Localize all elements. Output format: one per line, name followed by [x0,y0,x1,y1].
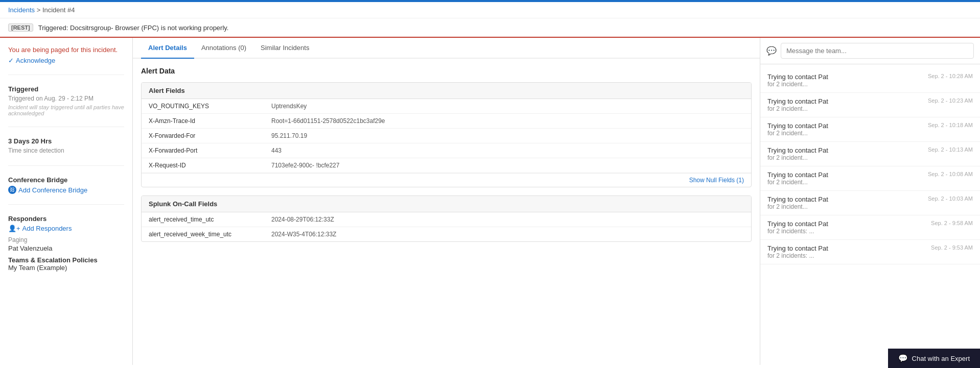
conference-icon: ⛓ [8,186,16,194]
alert-fields-section: Alert Fields VO_ROUTING_KEYS UptrendsKey… [141,82,752,187]
field-value-week-time: 2024-W35-4T06:12:33Z [271,231,744,238]
field-row-week-time: alert_received_week_time_utc 2024-W35-4T… [142,227,751,241]
field-row-forwarded-for: X-Forwarded-For 95.211.70.19 [142,129,751,143]
field-row-amzn-trace: X-Amzn-Trace-Id Root=1-66d01151-2578d052… [142,114,751,129]
responders-section: Responders 👤+ Add Responders Paging Pat … [8,215,124,282]
conference-bridge-label: Conference Bridge [8,176,124,184]
field-key-week-time: alert_received_week_time_utc [149,231,271,238]
alert-data-title: Alert Data [141,67,752,75]
message-time: Sep. 2 - 10:23 AM [928,97,973,104]
field-key-forwarded-port: X-Forwarded-Port [149,147,271,154]
message-title: Trying to contact Pat [767,195,923,203]
message-title: Trying to contact Pat [767,220,926,228]
message-subtitle: for 2 incident... [767,105,923,112]
paging-label: Paging [8,236,124,243]
list-item[interactable]: Trying to contact Pat for 2 incident... … [760,117,980,142]
message-title: Trying to contact Pat [767,122,923,130]
triggered-label: Triggered [8,85,124,93]
teams-label: Teams & Escalation Policies [8,256,124,264]
show-null-link[interactable]: Show Null Fields (1) [689,177,744,184]
tab-similar-incidents[interactable]: Similar Incidents [253,38,316,59]
message-subtitle: for 2 incident... [767,154,923,161]
list-item[interactable]: Trying to contact Pat for 2 incident... … [760,166,980,191]
responders-label: Responders [8,215,124,223]
tab-annotations[interactable]: Annotations (0) [194,38,253,59]
field-key-forwarded-for: X-Forwarded-For [149,132,271,139]
teams-name: My Team (Example) [8,264,124,272]
message-subtitle: for 2 incident... [767,179,923,186]
chat-bubble-icon: 💬 [766,46,777,56]
field-key-vo-routing: VO_ROUTING_KEYS [149,103,271,110]
message-time: Sep. 2 - 10:13 AM [928,146,973,153]
message-subtitle: for 2 incident... [767,130,923,137]
message-time: Sep. 2 - 9:58 AM [931,220,973,226]
add-responders-button[interactable]: 👤+ Add Responders [8,225,124,232]
list-item[interactable]: Trying to contact Pat for 2 incidents: .… [760,215,980,240]
field-key-request-id: X-Request-ID [149,162,271,169]
paging-name: Pat Valenzuela [8,244,124,252]
alert-fields-header: Alert Fields [142,83,751,99]
sidebar: You are being paged for this incident. ✓… [0,38,133,365]
message-subtitle: for 2 incidents: ... [767,228,926,235]
message-time: Sep. 2 - 10:03 AM [928,195,973,202]
message-time: Sep. 2 - 10:08 AM [928,171,973,177]
field-key-received-time: alert_received_time_utc [149,216,271,223]
right-panel: 💬 Trying to contact Pat for 2 incident..… [760,38,980,365]
triggered-date: Triggered on Aug. 29 - 2:12 PM [8,95,124,102]
list-item[interactable]: Trying to contact Pat for 2 incident... … [760,68,980,93]
duration-sublabel: Time since detection [8,147,124,154]
check-icon: ✓ [8,57,14,64]
field-value-forwarded-port: 443 [271,147,744,154]
duration-section: 3 Days 20 Hrs Time since detection [8,137,124,166]
field-row-received-time: alert_received_time_utc 2024-08-29T06:12… [142,212,751,227]
message-list: Trying to contact Pat for 2 incident... … [760,64,980,365]
list-item[interactable]: Trying to contact Pat for 2 incident... … [760,142,980,166]
message-input-area: 💬 [760,38,980,64]
splunk-fields-header: Splunk On-Call Fields [142,196,751,212]
chat-expert-label: Chat with an Expert [912,355,970,362]
message-input[interactable] [781,43,974,59]
message-subtitle: for 2 incident... [767,203,923,210]
message-time: Sep. 2 - 10:28 AM [928,73,973,79]
message-title: Trying to contact Pat [767,244,926,252]
field-row-vo-routing: VO_ROUTING_KEYS UptrendsKey [142,99,751,114]
alert-banner: [REST] Triggered: Docsitrsgroup- Browser… [0,18,980,38]
field-key-amzn-trace: X-Amzn-Trace-Id [149,117,271,125]
message-title: Trying to contact Pat [767,146,923,154]
field-value-vo-routing: UptrendsKey [271,103,744,110]
message-time: Sep. 2 - 10:18 AM [928,122,973,128]
breadcrumb-current: Incident #4 [42,6,75,14]
content-area: Alert Data Alert Fields VO_ROUTING_KEYS … [133,59,760,365]
tab-alert-details[interactable]: Alert Details [141,38,194,59]
tabs-bar: Alert Details Annotations (0) Similar In… [133,38,760,59]
list-item[interactable]: Trying to contact Pat for 2 incident... … [760,191,980,215]
message-title: Trying to contact Pat [767,73,923,81]
duration-label: 3 Days 20 Hrs [8,137,124,145]
list-item[interactable]: Trying to contact Pat for 2 incidents: .… [760,240,980,264]
message-subtitle: for 2 incident... [767,81,923,88]
breadcrumb-separator: > [37,6,41,14]
list-item[interactable]: Trying to contact Pat for 2 incident... … [760,93,980,117]
field-row-forwarded-port: X-Forwarded-Port 443 [142,143,751,158]
field-value-forwarded-for: 95.211.70.19 [271,132,744,139]
message-title: Trying to contact Pat [767,97,923,105]
message-subtitle: for 2 incidents: ... [767,252,926,259]
field-value-amzn-trace: Root=1-66d01151-2578d0522c1bc3af29e [271,117,744,125]
acknowledge-section: You are being paged for this incident. ✓… [8,46,124,75]
breadcrumb: Incidents > Incident #4 [0,2,980,18]
chat-expert-button[interactable]: 💬 Chat with an Expert [888,349,980,365]
main-layout: You are being paged for this incident. ✓… [0,38,980,365]
paged-notice: You are being paged for this incident. [8,46,124,54]
acknowledge-button[interactable]: ✓ Acknowledge [8,57,124,64]
triggered-section: Triggered Triggered on Aug. 29 - 2:12 PM… [8,85,124,127]
add-conference-label: Add Conference Bridge [18,186,87,194]
chat-expert-icon: 💬 [898,354,908,363]
add-conference-bridge-button[interactable]: ⛓ Add Conference Bridge [8,186,124,194]
splunk-fields-section: Splunk On-Call Fields alert_received_tim… [141,195,752,242]
field-value-request-id: 7103efe2-900c- !bcfe227 [271,162,744,169]
acknowledge-label: Acknowledge [16,57,55,64]
show-null-row: Show Null Fields (1) [142,173,751,187]
add-person-icon: 👤+ [8,225,20,232]
center-panel: Alert Details Annotations (0) Similar In… [133,38,760,365]
breadcrumb-incidents-link[interactable]: Incidents [8,6,35,14]
